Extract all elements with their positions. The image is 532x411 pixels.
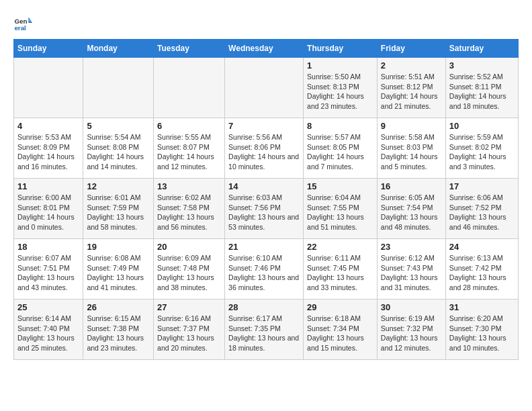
cell-info: Sunrise: 6:18 AMSunset: 7:34 PMDaylight:… xyxy=(307,314,373,353)
calendar-cell: 6Sunrise: 5:55 AMSunset: 8:07 PMDaylight… xyxy=(154,118,225,179)
cell-info: Sunrise: 6:10 AMSunset: 7:46 PMDaylight:… xyxy=(228,253,300,293)
cell-date: 23 xyxy=(381,242,442,252)
cell-info: Sunrise: 6:04 AMSunset: 7:55 PMDaylight:… xyxy=(307,193,373,232)
cell-date: 19 xyxy=(87,242,150,252)
calendar-header: SundayMondayTuesdayWednesdayThursdayFrid… xyxy=(14,40,519,58)
cell-info: Sunrise: 6:07 AMSunset: 7:51 PMDaylight:… xyxy=(17,253,79,293)
header-day-friday: Friday xyxy=(377,40,445,58)
header-day-tuesday: Tuesday xyxy=(154,40,225,58)
cell-info: Sunrise: 6:00 AMSunset: 8:01 PMDaylight:… xyxy=(17,193,79,232)
calendar-cell: 26Sunrise: 6:15 AMSunset: 7:38 PMDayligh… xyxy=(83,300,154,360)
header-day-sunday: Sunday xyxy=(14,40,83,58)
cell-date: 8 xyxy=(307,121,373,131)
calendar-cell xyxy=(154,58,225,118)
cell-info: Sunrise: 6:09 AMSunset: 7:48 PMDaylight:… xyxy=(157,253,221,293)
cell-info: Sunrise: 5:57 AMSunset: 8:05 PMDaylight:… xyxy=(307,132,373,172)
calendar-cell: 5Sunrise: 5:54 AMSunset: 8:08 PMDaylight… xyxy=(83,118,154,179)
cell-date: 26 xyxy=(87,302,150,312)
cell-date: 20 xyxy=(157,242,221,252)
cell-info: Sunrise: 5:55 AMSunset: 8:07 PMDaylight:… xyxy=(157,132,221,172)
cell-info: Sunrise: 6:12 AMSunset: 7:43 PMDaylight:… xyxy=(381,253,442,293)
cell-date: 1 xyxy=(307,60,373,71)
cell-date: 29 xyxy=(307,302,373,312)
calendar-cell: 2Sunrise: 5:51 AMSunset: 8:12 PMDaylight… xyxy=(377,58,445,118)
calendar-cell: 3Sunrise: 5:52 AMSunset: 8:11 PMDaylight… xyxy=(445,58,518,118)
calendar-cell: 16Sunrise: 6:05 AMSunset: 7:54 PMDayligh… xyxy=(377,179,445,239)
calendar-cell: 23Sunrise: 6:12 AMSunset: 7:43 PMDayligh… xyxy=(377,239,445,300)
cell-date: 3 xyxy=(449,60,515,71)
header-day-saturday: Saturday xyxy=(445,40,518,58)
cell-date: 12 xyxy=(87,181,150,191)
cell-date: 24 xyxy=(449,242,515,252)
cell-date: 18 xyxy=(17,242,79,252)
calendar-cell xyxy=(14,58,83,118)
cell-date: 6 xyxy=(157,121,221,131)
cell-info: Sunrise: 6:15 AMSunset: 7:38 PMDaylight:… xyxy=(87,314,150,353)
cell-info: Sunrise: 5:52 AMSunset: 8:11 PMDaylight:… xyxy=(449,72,515,111)
cell-date: 7 xyxy=(228,121,300,131)
calendar-cell: 10Sunrise: 5:59 AMSunset: 8:02 PMDayligh… xyxy=(445,118,518,179)
calendar-cell: 24Sunrise: 6:13 AMSunset: 7:42 PMDayligh… xyxy=(445,239,518,300)
calendar-cell: 31Sunrise: 6:20 AMSunset: 7:30 PMDayligh… xyxy=(445,300,518,360)
calendar-cell: 4Sunrise: 5:53 AMSunset: 8:09 PMDaylight… xyxy=(14,118,83,179)
cell-date: 14 xyxy=(228,181,300,191)
cell-info: Sunrise: 6:01 AMSunset: 7:59 PMDaylight:… xyxy=(87,193,150,232)
cell-info: Sunrise: 5:56 AMSunset: 8:06 PMDaylight:… xyxy=(228,132,300,172)
calendar-cell xyxy=(83,58,154,118)
header-day-thursday: Thursday xyxy=(304,40,378,58)
cell-date: 10 xyxy=(449,121,515,131)
week-row-1: 1Sunrise: 5:50 AMSunset: 8:13 PMDaylight… xyxy=(14,58,519,118)
week-row-5: 25Sunrise: 6:14 AMSunset: 7:40 PMDayligh… xyxy=(14,300,519,360)
logo: Gen eral xyxy=(13,13,36,32)
cell-info: Sunrise: 6:20 AMSunset: 7:30 PMDaylight:… xyxy=(449,314,515,353)
cell-info: Sunrise: 6:03 AMSunset: 7:56 PMDaylight:… xyxy=(228,193,300,232)
cell-info: Sunrise: 5:53 AMSunset: 8:09 PMDaylight:… xyxy=(17,132,79,172)
calendar-cell: 27Sunrise: 6:16 AMSunset: 7:37 PMDayligh… xyxy=(154,300,225,360)
calendar-cell: 20Sunrise: 6:09 AMSunset: 7:48 PMDayligh… xyxy=(154,239,225,300)
week-row-4: 18Sunrise: 6:07 AMSunset: 7:51 PMDayligh… xyxy=(14,239,519,300)
cell-info: Sunrise: 5:58 AMSunset: 8:03 PMDaylight:… xyxy=(381,132,442,172)
cell-date: 22 xyxy=(307,242,373,252)
calendar-cell: 21Sunrise: 6:10 AMSunset: 7:46 PMDayligh… xyxy=(225,239,304,300)
calendar-cell: 17Sunrise: 6:06 AMSunset: 7:52 PMDayligh… xyxy=(445,179,518,239)
cell-date: 31 xyxy=(449,302,515,312)
cell-info: Sunrise: 5:59 AMSunset: 8:02 PMDaylight:… xyxy=(449,132,515,172)
cell-date: 27 xyxy=(157,302,221,312)
calendar-cell: 30Sunrise: 6:19 AMSunset: 7:32 PMDayligh… xyxy=(377,300,445,360)
calendar-cell: 19Sunrise: 6:08 AMSunset: 7:49 PMDayligh… xyxy=(83,239,154,300)
calendar-cell: 8Sunrise: 5:57 AMSunset: 8:05 PMDaylight… xyxy=(304,118,378,179)
logo-icon: Gen eral xyxy=(13,13,32,32)
cell-info: Sunrise: 6:06 AMSunset: 7:52 PMDaylight:… xyxy=(449,193,515,232)
cell-date: 5 xyxy=(87,121,150,131)
header-row: SundayMondayTuesdayWednesdayThursdayFrid… xyxy=(14,40,519,58)
cell-date: 2 xyxy=(381,60,442,71)
cell-date: 15 xyxy=(307,181,373,191)
cell-date: 16 xyxy=(381,181,442,191)
cell-info: Sunrise: 6:05 AMSunset: 7:54 PMDaylight:… xyxy=(381,193,442,232)
cell-date: 11 xyxy=(17,181,79,191)
cell-info: Sunrise: 6:17 AMSunset: 7:35 PMDaylight:… xyxy=(228,314,300,353)
cell-info: Sunrise: 6:08 AMSunset: 7:49 PMDaylight:… xyxy=(87,253,150,293)
calendar-cell: 14Sunrise: 6:03 AMSunset: 7:56 PMDayligh… xyxy=(225,179,304,239)
calendar-cell: 28Sunrise: 6:17 AMSunset: 7:35 PMDayligh… xyxy=(225,300,304,360)
calendar-table: SundayMondayTuesdayWednesdayThursdayFrid… xyxy=(13,39,519,360)
calendar-cell: 15Sunrise: 6:04 AMSunset: 7:55 PMDayligh… xyxy=(304,179,378,239)
cell-info: Sunrise: 6:19 AMSunset: 7:32 PMDaylight:… xyxy=(381,314,442,353)
calendar-cell: 9Sunrise: 5:58 AMSunset: 8:03 PMDaylight… xyxy=(377,118,445,179)
week-row-3: 11Sunrise: 6:00 AMSunset: 8:01 PMDayligh… xyxy=(14,179,519,239)
cell-info: Sunrise: 5:50 AMSunset: 8:13 PMDaylight:… xyxy=(307,72,373,111)
cell-info: Sunrise: 5:54 AMSunset: 8:08 PMDaylight:… xyxy=(87,132,150,172)
calendar-cell: 13Sunrise: 6:02 AMSunset: 7:58 PMDayligh… xyxy=(154,179,225,239)
calendar-cell: 11Sunrise: 6:00 AMSunset: 8:01 PMDayligh… xyxy=(14,179,83,239)
calendar-cell: 29Sunrise: 6:18 AMSunset: 7:34 PMDayligh… xyxy=(304,300,378,360)
week-row-2: 4Sunrise: 5:53 AMSunset: 8:09 PMDaylight… xyxy=(14,118,519,179)
calendar-cell: 25Sunrise: 6:14 AMSunset: 7:40 PMDayligh… xyxy=(14,300,83,360)
calendar-cell: 12Sunrise: 6:01 AMSunset: 7:59 PMDayligh… xyxy=(83,179,154,239)
cell-date: 9 xyxy=(381,121,442,131)
header-day-wednesday: Wednesday xyxy=(225,40,304,58)
calendar-cell: 7Sunrise: 5:56 AMSunset: 8:06 PMDaylight… xyxy=(225,118,304,179)
cell-date: 13 xyxy=(157,181,221,191)
calendar-body: 1Sunrise: 5:50 AMSunset: 8:13 PMDaylight… xyxy=(14,58,519,360)
cell-date: 17 xyxy=(449,181,515,191)
calendar-cell: 22Sunrise: 6:11 AMSunset: 7:45 PMDayligh… xyxy=(304,239,378,300)
